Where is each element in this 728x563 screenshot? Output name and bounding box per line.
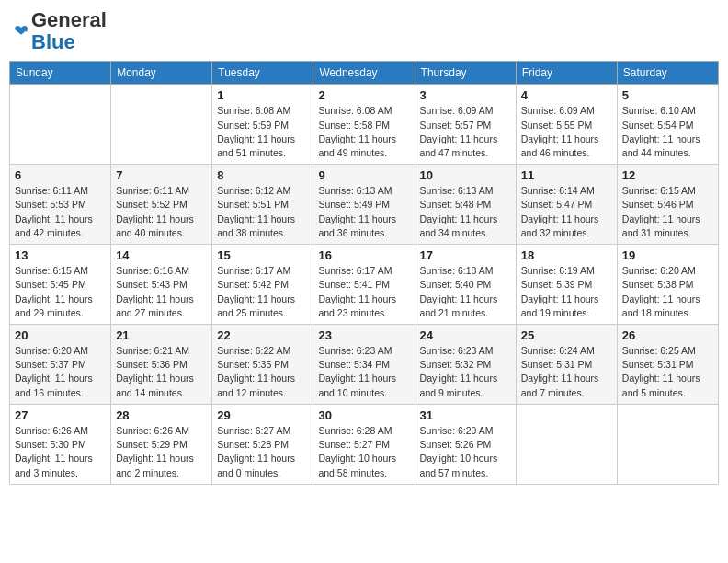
day-number: 24: [420, 328, 511, 342]
calendar-day-header: Monday: [111, 62, 212, 85]
calendar-cell: 25Sunrise: 6:24 AMSunset: 5:31 PMDayligh…: [516, 325, 617, 405]
calendar-cell: 18Sunrise: 6:19 AMSunset: 5:39 PMDayligh…: [516, 245, 617, 325]
logo: GeneralBlue: [13, 9, 107, 53]
day-number: 30: [318, 408, 409, 422]
calendar-cell: 27Sunrise: 6:26 AMSunset: 5:30 PMDayligh…: [10, 404, 111, 484]
calendar-cell: 2Sunrise: 6:08 AMSunset: 5:58 PMDaylight…: [313, 85, 415, 165]
calendar-cell: 7Sunrise: 6:11 AMSunset: 5:52 PMDaylight…: [111, 165, 212, 245]
day-number: 22: [217, 328, 308, 342]
calendar-cell: 28Sunrise: 6:26 AMSunset: 5:29 PMDayligh…: [111, 404, 212, 484]
day-number: 2: [318, 88, 409, 102]
day-info: Sunrise: 6:14 AMSunset: 5:47 PMDaylight:…: [521, 184, 612, 240]
day-info: Sunrise: 6:26 AMSunset: 5:30 PMDaylight:…: [15, 424, 106, 480]
day-number: 6: [15, 168, 106, 182]
day-number: 1: [217, 88, 308, 102]
page-header: GeneralBlue: [9, 9, 719, 53]
calendar-cell: 11Sunrise: 6:14 AMSunset: 5:47 PMDayligh…: [516, 165, 617, 245]
calendar-week-row: 13Sunrise: 6:15 AMSunset: 5:45 PMDayligh…: [10, 245, 719, 325]
day-info: Sunrise: 6:11 AMSunset: 5:53 PMDaylight:…: [15, 184, 106, 240]
calendar-body: 1Sunrise: 6:08 AMSunset: 5:59 PMDaylight…: [10, 85, 719, 484]
day-info: Sunrise: 6:27 AMSunset: 5:28 PMDaylight:…: [217, 424, 308, 480]
calendar-cell: 26Sunrise: 6:25 AMSunset: 5:31 PMDayligh…: [617, 325, 718, 405]
calendar-header-row: SundayMondayTuesdayWednesdayThursdayFrid…: [10, 62, 719, 85]
day-info: Sunrise: 6:24 AMSunset: 5:31 PMDaylight:…: [521, 344, 612, 400]
day-number: 25: [521, 328, 612, 342]
day-number: 7: [116, 168, 207, 182]
day-info: Sunrise: 6:17 AMSunset: 5:42 PMDaylight:…: [217, 264, 308, 320]
day-number: 29: [217, 408, 308, 422]
day-info: Sunrise: 6:21 AMSunset: 5:36 PMDaylight:…: [116, 344, 207, 400]
calendar-cell: 3Sunrise: 6:09 AMSunset: 5:57 PMDaylight…: [415, 85, 516, 165]
calendar-cell: 31Sunrise: 6:29 AMSunset: 5:26 PMDayligh…: [415, 404, 516, 484]
calendar-cell: [617, 404, 718, 484]
calendar-cell: [10, 85, 111, 165]
calendar-cell: [516, 404, 617, 484]
calendar-week-row: 1Sunrise: 6:08 AMSunset: 5:59 PMDaylight…: [10, 85, 719, 165]
day-number: 20: [15, 328, 106, 342]
bird-icon: [13, 23, 29, 40]
day-number: 5: [622, 88, 713, 102]
day-number: 13: [15, 248, 106, 262]
day-info: Sunrise: 6:15 AMSunset: 5:45 PMDaylight:…: [15, 264, 106, 320]
day-number: 12: [622, 168, 713, 182]
calendar-table: SundayMondayTuesdayWednesdayThursdayFrid…: [9, 61, 719, 484]
calendar-week-row: 6Sunrise: 6:11 AMSunset: 5:53 PMDaylight…: [10, 165, 719, 245]
day-number: 11: [521, 168, 612, 182]
calendar-cell: 10Sunrise: 6:13 AMSunset: 5:48 PMDayligh…: [415, 165, 516, 245]
calendar-cell: 9Sunrise: 6:13 AMSunset: 5:49 PMDaylight…: [313, 165, 415, 245]
day-info: Sunrise: 6:26 AMSunset: 5:29 PMDaylight:…: [116, 424, 207, 480]
calendar-day-header: Sunday: [10, 62, 111, 85]
day-number: 19: [622, 248, 713, 262]
day-number: 16: [318, 248, 409, 262]
day-info: Sunrise: 6:09 AMSunset: 5:57 PMDaylight:…: [420, 104, 511, 160]
calendar-cell: 30Sunrise: 6:28 AMSunset: 5:27 PMDayligh…: [313, 404, 415, 484]
calendar-day-header: Wednesday: [313, 62, 415, 85]
calendar-cell: 24Sunrise: 6:23 AMSunset: 5:32 PMDayligh…: [415, 325, 516, 405]
day-info: Sunrise: 6:18 AMSunset: 5:40 PMDaylight:…: [420, 264, 511, 320]
day-info: Sunrise: 6:09 AMSunset: 5:55 PMDaylight:…: [521, 104, 612, 160]
day-info: Sunrise: 6:08 AMSunset: 5:58 PMDaylight:…: [318, 104, 409, 160]
day-number: 18: [521, 248, 612, 262]
day-number: 15: [217, 248, 308, 262]
day-number: 21: [116, 328, 207, 342]
calendar-cell: 5Sunrise: 6:10 AMSunset: 5:54 PMDaylight…: [617, 85, 718, 165]
calendar-cell: 12Sunrise: 6:15 AMSunset: 5:46 PMDayligh…: [617, 165, 718, 245]
calendar-cell: 21Sunrise: 6:21 AMSunset: 5:36 PMDayligh…: [111, 325, 212, 405]
day-info: Sunrise: 6:11 AMSunset: 5:52 PMDaylight:…: [116, 184, 207, 240]
calendar-day-header: Saturday: [617, 62, 718, 85]
day-number: 3: [420, 88, 511, 102]
day-info: Sunrise: 6:28 AMSunset: 5:27 PMDaylight:…: [318, 424, 409, 480]
day-number: 28: [116, 408, 207, 422]
day-number: 10: [420, 168, 511, 182]
day-info: Sunrise: 6:08 AMSunset: 5:59 PMDaylight:…: [217, 104, 308, 160]
day-info: Sunrise: 6:29 AMSunset: 5:26 PMDaylight:…: [420, 424, 511, 480]
day-info: Sunrise: 6:12 AMSunset: 5:51 PMDaylight:…: [217, 184, 308, 240]
day-info: Sunrise: 6:20 AMSunset: 5:38 PMDaylight:…: [622, 264, 713, 320]
calendar-day-header: Thursday: [415, 62, 516, 85]
calendar-cell: 14Sunrise: 6:16 AMSunset: 5:43 PMDayligh…: [111, 245, 212, 325]
calendar-cell: 1Sunrise: 6:08 AMSunset: 5:59 PMDaylight…: [212, 85, 313, 165]
day-info: Sunrise: 6:23 AMSunset: 5:32 PMDaylight:…: [420, 344, 511, 400]
calendar-cell: 8Sunrise: 6:12 AMSunset: 5:51 PMDaylight…: [212, 165, 313, 245]
calendar-cell: 13Sunrise: 6:15 AMSunset: 5:45 PMDayligh…: [10, 245, 111, 325]
day-number: 23: [318, 328, 409, 342]
calendar-cell: 20Sunrise: 6:20 AMSunset: 5:37 PMDayligh…: [10, 325, 111, 405]
day-number: 14: [116, 248, 207, 262]
day-info: Sunrise: 6:16 AMSunset: 5:43 PMDaylight:…: [116, 264, 207, 320]
day-number: 8: [217, 168, 308, 182]
calendar-cell: 4Sunrise: 6:09 AMSunset: 5:55 PMDaylight…: [516, 85, 617, 165]
calendar-week-row: 20Sunrise: 6:20 AMSunset: 5:37 PMDayligh…: [10, 325, 719, 405]
calendar-cell: 16Sunrise: 6:17 AMSunset: 5:41 PMDayligh…: [313, 245, 415, 325]
calendar-day-header: Friday: [516, 62, 617, 85]
calendar-cell: 29Sunrise: 6:27 AMSunset: 5:28 PMDayligh…: [212, 404, 313, 484]
day-info: Sunrise: 6:19 AMSunset: 5:39 PMDaylight:…: [521, 264, 612, 320]
day-info: Sunrise: 6:23 AMSunset: 5:34 PMDaylight:…: [318, 344, 409, 400]
day-info: Sunrise: 6:20 AMSunset: 5:37 PMDaylight:…: [15, 344, 106, 400]
calendar-cell: 17Sunrise: 6:18 AMSunset: 5:40 PMDayligh…: [415, 245, 516, 325]
day-number: 31: [420, 408, 511, 422]
day-number: 17: [420, 248, 511, 262]
day-number: 27: [15, 408, 106, 422]
logo-text: GeneralBlue: [31, 9, 107, 53]
calendar-cell: 6Sunrise: 6:11 AMSunset: 5:53 PMDaylight…: [10, 165, 111, 245]
day-number: 26: [622, 328, 713, 342]
